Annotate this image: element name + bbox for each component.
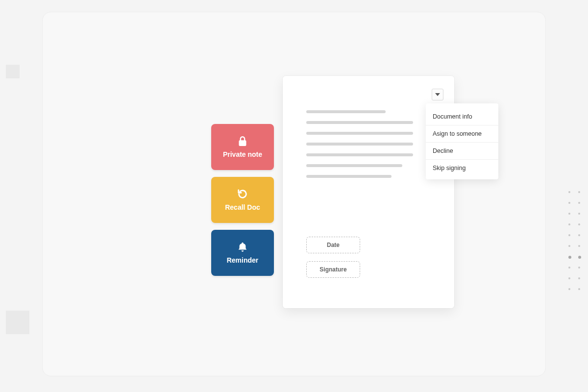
menu-item-label: Skip signing [433,165,466,172]
document-options-trigger[interactable] [432,89,443,100]
date-field-label: Date [327,242,340,248]
document-options-menu: Document info Asign to someone Decline S… [426,103,498,179]
signature-field-label: Signature [319,266,346,273]
bell-icon [237,242,248,252]
recall-doc-label: Recall Doc [225,203,260,211]
worksurface: Private note Recall Doc Reminder [42,12,546,376]
private-note-label: Private note [223,150,262,158]
menu-item-assign-to-someone[interactable]: Asign to someone [426,125,498,143]
reminder-button[interactable]: Reminder [211,230,274,276]
menu-item-label: Document info [433,113,472,120]
private-note-button[interactable]: Private note [211,124,274,170]
recall-icon [237,189,248,199]
chevron-down-icon [435,93,440,96]
document-body-placeholder [306,110,443,178]
menu-item-document-info[interactable]: Document info [426,108,498,125]
menu-item-label: Asign to someone [433,130,482,137]
decorative-dot-grid [568,191,581,291]
recall-doc-button[interactable]: Recall Doc [211,177,274,223]
lock-icon [238,136,247,147]
svg-rect-0 [239,140,246,146]
menu-item-label: Decline [433,147,453,154]
signature-field[interactable]: Signature [306,261,360,278]
action-buttons-column: Private note Recall Doc Reminder [211,124,274,276]
menu-item-decline[interactable]: Decline [426,143,498,160]
date-field[interactable]: Date [306,237,360,253]
signature-fields: Date Signature [306,237,360,278]
decorative-square [6,65,20,78]
reminder-label: Reminder [227,256,259,264]
decorative-square [6,311,29,334]
menu-item-skip-signing[interactable]: Skip signing [426,160,498,176]
